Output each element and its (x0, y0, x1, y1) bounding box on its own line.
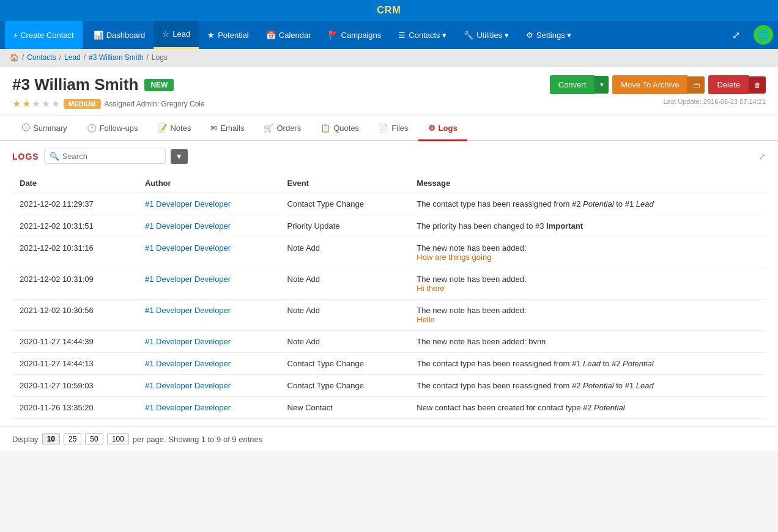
author-link[interactable]: #1 Developer Developer (145, 306, 231, 315)
cell-author: #1 Developer Developer (138, 268, 280, 300)
convert-dropdown-button[interactable]: ▾ (595, 76, 609, 94)
filter-button[interactable]: ▼ (171, 149, 188, 164)
star-4: ★ (42, 98, 50, 109)
cell-event: Priority Update (280, 215, 410, 237)
author-link[interactable]: #1 Developer Developer (145, 359, 231, 368)
sidebar-item-potential[interactable]: ★ Potential (199, 21, 257, 49)
tab-orders-label: Orders (276, 124, 301, 133)
contacts-label: Contacts ▾ (409, 31, 446, 40)
cell-date: 2020-11-27 14:44:13 (12, 353, 138, 375)
author-link[interactable]: #1 Developer Developer (145, 403, 231, 412)
page-size-10[interactable]: 10 (42, 433, 60, 445)
cell-author: #1 Developer Developer (138, 375, 280, 397)
pagination: Display 10 25 50 100 per page. Showing 1… (0, 426, 778, 451)
tab-notes[interactable]: 📝 Notes (147, 116, 201, 141)
record-fullname: William Smith (34, 75, 138, 94)
app-title: CRM (377, 5, 401, 15)
tab-orders[interactable]: 🛒 Orders (254, 116, 311, 141)
search-input[interactable] (62, 152, 160, 161)
cell-date: 2020-11-26 13:35:20 (12, 397, 138, 419)
cell-author: #1 Developer Developer (138, 353, 280, 375)
assigned-admin: Assigned Admin: Gregory Cole (105, 100, 205, 108)
page-size-25[interactable]: 25 (64, 433, 81, 445)
fullscreen-button[interactable]: ⤢ (724, 21, 749, 49)
tab-quotes[interactable]: 📋 Quotes (311, 116, 369, 141)
dashboard-label: Dashboard (106, 31, 146, 40)
lead-label: Lead (172, 29, 190, 39)
cell-event: Contact Type Change (280, 353, 410, 375)
create-contact-button[interactable]: + Create Contact (5, 21, 83, 49)
cell-date: 2021-12-02 10:31:51 (12, 215, 138, 237)
breadcrumb-contacts[interactable]: Contacts (27, 53, 56, 62)
sidebar-item-settings[interactable]: ⚙ Settings ▾ (517, 21, 580, 49)
archive-icon-button[interactable]: 🗃 (687, 76, 705, 94)
cell-author: #1 Developer Developer (138, 193, 280, 215)
table-row: 2021-12-02 11:29:37#1 Developer Develope… (12, 193, 766, 215)
sidebar-item-calendar[interactable]: 📅 Calendar (257, 21, 320, 49)
delete-button[interactable]: Delete (708, 75, 749, 94)
home-icon[interactable]: 🏠 (10, 53, 19, 62)
cell-event: Note Add (280, 268, 410, 300)
globe-icon[interactable]: 🌐 (754, 25, 773, 45)
cell-author: #1 Developer Developer (138, 300, 280, 331)
tab-logs[interactable]: ⚙ Logs (418, 116, 467, 141)
tab-emails[interactable]: ✉ Emails (201, 116, 254, 141)
contacts-icon: ☰ (398, 31, 406, 40)
cell-date: 2021-12-02 11:29:37 (12, 193, 138, 215)
author-link[interactable]: #1 Developer Developer (145, 221, 231, 231)
tab-files[interactable]: 📄 Files (369, 116, 418, 141)
author-link[interactable]: #1 Developer Developer (145, 199, 231, 209)
author-link[interactable]: #1 Developer Developer (145, 381, 231, 390)
quotes-icon: 📋 (320, 124, 330, 133)
breadcrumb-lead[interactable]: Lead (64, 53, 81, 62)
page-size-50[interactable]: 50 (85, 433, 103, 445)
dashboard-icon: 📊 (94, 31, 103, 40)
campaigns-icon: 🚩 (328, 31, 338, 40)
cell-message: The new note has been added:Hi there (409, 268, 766, 300)
sidebar-item-campaigns[interactable]: 🚩 Campaigns (320, 21, 390, 49)
page-size-100[interactable]: 100 (107, 433, 129, 445)
logs-icon: ⚙ (428, 124, 435, 133)
delete-icon-button[interactable]: 🗑 (749, 76, 766, 94)
files-icon: 📄 (379, 124, 388, 133)
cell-date: 2021-12-02 10:31:16 (12, 237, 138, 268)
tab-notes-label: Notes (170, 124, 191, 133)
table-row: 2020-11-27 14:44:13#1 Developer Develope… (12, 353, 766, 375)
delete-label: Delete (717, 80, 740, 89)
sidebar-item-utilities[interactable]: 🔧 Utilities ▾ (455, 21, 517, 49)
tab-bar: ⓘ Summary 🕐 Follow-ups 📝 Notes ✉ Emails … (0, 116, 778, 141)
tab-summary[interactable]: ⓘ Summary (12, 116, 77, 141)
expand-button[interactable]: ⤢ (758, 152, 766, 161)
sidebar-item-contacts[interactable]: ☰ Contacts ▾ (390, 21, 455, 49)
star-1: ★ (12, 98, 21, 109)
cell-event: Note Add (280, 331, 410, 353)
create-contact-label: + Create Contact (13, 31, 74, 40)
breadcrumb-record[interactable]: #3 William Smith (89, 53, 143, 62)
main-content: #3 William Smith NEW ★ ★ ★ ★ ★ MEDIUM As… (0, 67, 778, 451)
cell-message: The new note has been added:How are thin… (409, 237, 766, 268)
logs-title: LOGS (12, 152, 39, 161)
logs-table-header-row: Date Author Event Message (12, 174, 766, 193)
orders-icon: 🛒 (264, 124, 273, 133)
move-to-archive-button[interactable]: Move To Archive (612, 75, 687, 94)
table-row: 2021-12-02 10:31:09#1 Developer Develope… (12, 268, 766, 300)
utilities-icon: 🔧 (464, 31, 473, 40)
author-link[interactable]: #1 Developer Developer (145, 337, 231, 346)
cell-event: New Contact (280, 397, 410, 419)
cell-message: The contact type has been reassigned fro… (409, 375, 766, 397)
record-title: #3 William Smith NEW (12, 75, 205, 94)
sidebar-item-dashboard[interactable]: 📊 Dashboard (85, 21, 154, 49)
last-update: Last Update: 2016-06-23 07:14:21 (663, 98, 766, 105)
tab-followups[interactable]: 🕐 Follow-ups (77, 116, 148, 141)
utilities-label: Utilities ▾ (476, 31, 509, 40)
pagination-info: per page. Showing 1 to 9 of 9 entries (133, 435, 262, 444)
nav-bar: + Create Contact 📊 Dashboard ☆ Lead ★ Po… (0, 21, 778, 49)
author-link[interactable]: #1 Developer Developer (145, 275, 231, 284)
sidebar-item-lead[interactable]: ☆ Lead (154, 21, 199, 49)
convert-button[interactable]: Convert (550, 75, 595, 94)
header-right: Convert ▾ Move To Archive 🗃 Delete 🗑 Las… (550, 75, 766, 105)
table-row: 2020-11-26 13:35:20#1 Developer Develope… (12, 397, 766, 419)
table-row: 2021-12-02 10:31:16#1 Developer Develope… (12, 237, 766, 268)
author-link[interactable]: #1 Developer Developer (145, 243, 231, 253)
record-number: #3 (12, 75, 30, 94)
